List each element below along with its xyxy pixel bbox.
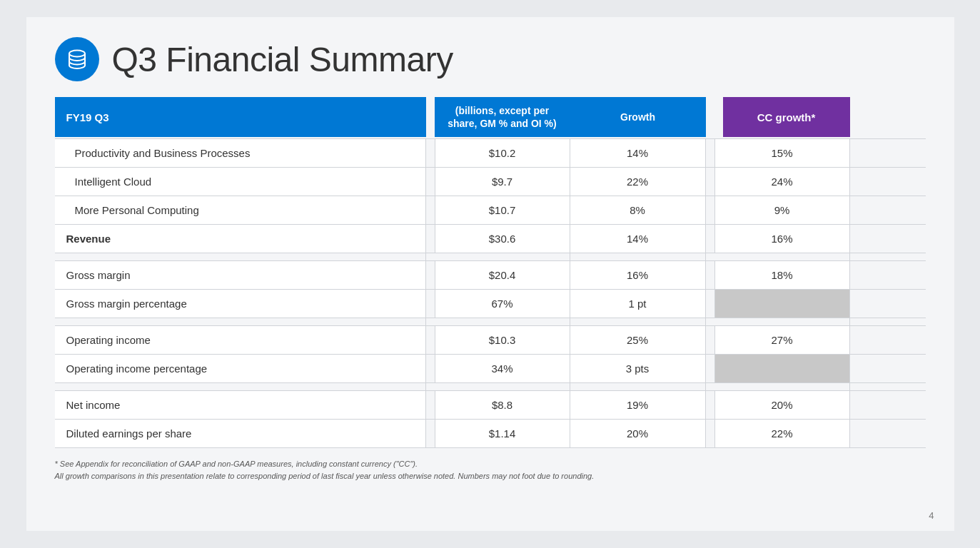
database-icon [65, 47, 89, 71]
footnote-line1: * See Appendix for reconciliation of GAA… [55, 458, 926, 470]
label-cell: Operating income percentage [55, 355, 426, 382]
value-cell: $1.14 [435, 420, 570, 447]
col2-header: (billions, except per share, GM % and OI… [435, 97, 570, 137]
label-cell: Intelligent Cloud [55, 168, 426, 196]
page-title: Q3 Financial Summary [112, 40, 453, 79]
value-cell: 34% [435, 355, 570, 382]
growth-cell: 22% [570, 168, 706, 196]
value-cell: $30.6 [435, 225, 570, 253]
slide-container: Q3 Financial Summary FY19 Q3 (billions, … [26, 17, 954, 531]
growth-cell: 3 pts [570, 355, 706, 382]
label-cell: Gross margin [55, 261, 426, 289]
growth-cell: 19% [570, 391, 706, 419]
growth-cell: 20% [570, 420, 706, 447]
value-cell: $20.4 [435, 261, 570, 289]
table-row: More Personal Computing $10.7 8% 9% [55, 196, 926, 225]
cc-cell: 16% [714, 225, 850, 253]
financial-table: FY19 Q3 (billions, except per share, GM … [55, 97, 926, 482]
cc-cell: 22% [714, 420, 850, 447]
value-cell: $8.8 [435, 391, 570, 419]
table-row: Operating income $10.3 25% 27% [55, 325, 926, 355]
table-row: Gross margin $20.4 16% 18% [55, 260, 926, 290]
cc-cell: 15% [714, 139, 850, 167]
cc-cell [714, 355, 850, 382]
page-number: 4 [929, 510, 934, 521]
label-cell: Productivity and Business Processes [55, 139, 426, 167]
cc-cell: 9% [714, 196, 850, 224]
col4-header: CC growth* [723, 97, 850, 137]
slide-header: Q3 Financial Summary [55, 37, 926, 81]
cc-cell: 24% [714, 168, 850, 196]
table-row: Gross margin percentage 67% 1 pt [55, 290, 926, 318]
label-cell: Diluted earnings per share [55, 420, 426, 447]
label-cell: Operating income [55, 326, 426, 354]
value-cell: $10.7 [435, 196, 570, 224]
growth-cell: 14% [570, 225, 706, 253]
svg-point-0 [69, 51, 85, 57]
label-cell: Net income [55, 391, 426, 419]
table-body: Productivity and Business Processes $10.… [55, 138, 926, 448]
table-row: Productivity and Business Processes $10.… [55, 138, 926, 168]
table-row: Operating income percentage 34% 3 pts [55, 355, 926, 383]
label-cell: More Personal Computing [55, 196, 426, 224]
table-row: Revenue $30.6 14% 16% [55, 225, 926, 253]
header-icon-circle [55, 37, 99, 81]
growth-cell: 16% [570, 261, 706, 289]
cc-cell: 20% [714, 391, 850, 419]
growth-cell: 25% [570, 326, 706, 354]
col1-header: FY19 Q3 [55, 97, 426, 137]
col3-header: Growth [570, 97, 706, 137]
value-cell: 67% [435, 290, 570, 318]
growth-cell: 14% [570, 139, 706, 167]
footnote: * See Appendix for reconciliation of GAA… [55, 458, 926, 482]
table-row: Intelligent Cloud $9.7 22% 24% [55, 168, 926, 196]
label-cell: Gross margin percentage [55, 290, 426, 318]
cc-cell [714, 290, 850, 318]
table-row: Diluted earnings per share $1.14 20% 22% [55, 420, 926, 448]
cc-cell: 18% [714, 261, 850, 289]
value-cell: $9.7 [435, 168, 570, 196]
value-cell: $10.2 [435, 139, 570, 167]
growth-cell: 1 pt [570, 290, 706, 318]
cc-cell: 27% [714, 326, 850, 354]
growth-cell: 8% [570, 196, 706, 224]
table-row: Net income $8.8 19% 20% [55, 390, 926, 420]
value-cell: $10.3 [435, 326, 570, 354]
footnote-line2: All growth comparisons in this presentat… [55, 470, 926, 482]
label-cell: Revenue [55, 225, 426, 253]
